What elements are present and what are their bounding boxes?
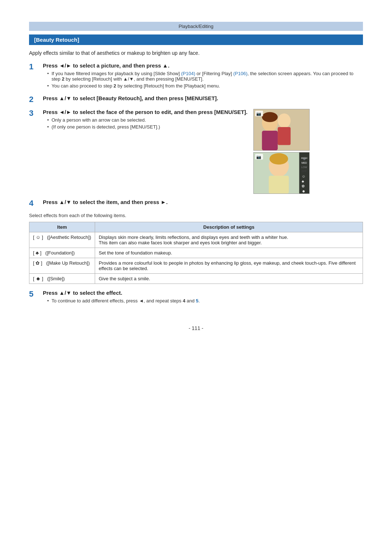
step-2: 2 Press ▲/▼ to select [Beauty Retouch], … bbox=[29, 95, 363, 104]
step-3-layout: Press ◄/► to select the face of the pers… bbox=[43, 109, 311, 194]
step-3-title: Press ◄/► to select the face of the pers… bbox=[43, 109, 248, 115]
svg-text:📷: 📷 bbox=[256, 111, 261, 116]
step-5: 5 Press ▲/▼ to select the effect. To con… bbox=[29, 290, 363, 304]
table-cell-item-3: [ ✿ ] ([Make Up Retouch]) bbox=[29, 258, 95, 274]
step-5-bullets: To continue to add different effects, pr… bbox=[43, 298, 363, 304]
link-p106: (P106) bbox=[233, 71, 248, 76]
svg-text:OFF: OFF bbox=[302, 170, 307, 172]
step-5-title: Press ▲/▼ to select the effect. bbox=[43, 290, 363, 296]
step-3-text: Press ◄/► to select the face of the pers… bbox=[43, 109, 248, 131]
step-3-images: 📷 bbox=[253, 109, 311, 194]
svg-rect-4 bbox=[262, 131, 278, 150]
page-number: - 111 - bbox=[29, 325, 363, 331]
svg-text:✿: ✿ bbox=[302, 184, 305, 188]
table-cell-item-1: [ ☺ ] ([Aesthetic Retouch]) bbox=[29, 232, 95, 248]
step-4-number: 4 bbox=[29, 199, 39, 208]
svg-text:HIGH: HIGH bbox=[301, 157, 307, 159]
step-5-bullet-1: To continue to add different effects, pr… bbox=[47, 298, 363, 304]
step-3-bullet-1: Only a person with an arrow can be selec… bbox=[47, 117, 248, 123]
svg-rect-10 bbox=[269, 176, 289, 194]
foundation-icon: ♣ bbox=[36, 250, 39, 256]
smile-icon: ☻ bbox=[36, 276, 41, 281]
table-row-3: [ ✿ ] ([Make Up Retouch]) Provides a mor… bbox=[29, 258, 363, 274]
step-2-number: 2 bbox=[29, 95, 39, 104]
svg-point-1 bbox=[278, 114, 291, 128]
step-3-bullets: Only a person with an arrow can be selec… bbox=[43, 117, 248, 130]
link-p104: (P104) bbox=[181, 71, 195, 76]
step-1-bullet-2: You can also proceed to step 2 by select… bbox=[47, 83, 363, 89]
step-1: 1 Press ◄/► to select a picture, and the… bbox=[29, 62, 363, 90]
table-cell-item-4: [ ☻ ] ([Smile]) bbox=[29, 274, 95, 284]
photo-1: 📷 bbox=[253, 109, 310, 151]
table-header-item: Item bbox=[29, 222, 95, 232]
table-row-1: [ ☺ ] ([Aesthetic Retouch]) Displays ski… bbox=[29, 232, 363, 248]
svg-rect-2 bbox=[278, 127, 291, 145]
step-3-number: 3 bbox=[29, 109, 39, 118]
svg-text:MED: MED bbox=[301, 162, 307, 164]
table-cell-desc-4: Give the subject a smile. bbox=[95, 274, 363, 284]
step-1-bullet-1: If you have filtered images for playback… bbox=[47, 71, 363, 82]
section-header: Playback/Editing bbox=[29, 22, 363, 31]
svg-text:LOW: LOW bbox=[301, 166, 307, 168]
page-title: [Beauty Retouch] bbox=[29, 34, 363, 45]
section-label: Playback/Editing bbox=[179, 24, 213, 29]
table-cell-desc-2: Set the tone of foundation makeup. bbox=[95, 248, 363, 258]
aesthetic-icon: ☺ bbox=[36, 235, 40, 240]
table-cell-desc-3: Provides a more colourful look to people… bbox=[95, 258, 363, 274]
step-1-bullets: If you have filtered images for playback… bbox=[43, 71, 363, 89]
step-4-content: Press ▲/▼ to select the item, and then p… bbox=[43, 199, 363, 207]
intro-text: Apply effects similar to that of aesthet… bbox=[29, 50, 363, 56]
photo-2: 📷 ☺ HIGH MED LOW OFF ☺ ♣ ✿ bbox=[253, 152, 310, 194]
svg-point-5 bbox=[262, 112, 278, 122]
select-effects-text: Select effects from each of the followin… bbox=[29, 213, 363, 218]
step-2-title: Press ▲/▼ to select [Beauty Retouch], an… bbox=[43, 95, 363, 101]
step-4-title: Press ▲/▼ to select the item, and then p… bbox=[43, 199, 363, 205]
svg-text:📷: 📷 bbox=[256, 154, 261, 159]
table-row-4: [ ☻ ] ([Smile]) Give the subject a smile… bbox=[29, 274, 363, 284]
step-1-number: 1 bbox=[29, 62, 39, 71]
step-2-content: Press ▲/▼ to select [Beauty Retouch], an… bbox=[43, 95, 363, 103]
step-5-number: 5 bbox=[29, 290, 39, 298]
step-3-bullet-2: (If only one person is detected, press [… bbox=[47, 124, 248, 130]
table-cell-desc-1: Displays skin more clearly, limits refle… bbox=[95, 232, 363, 248]
effects-table: Item Description of settings [ ☺ ] ([Aes… bbox=[29, 222, 363, 284]
step-1-title: Press ◄/► to select a picture, and then … bbox=[43, 62, 363, 69]
table-row-2: [ ♣ ] ([Foundation]) Set the tone of fou… bbox=[29, 248, 363, 258]
page-wrapper: Playback/Editing [Beauty Retouch] Apply … bbox=[0, 0, 392, 360]
svg-text:☻: ☻ bbox=[302, 189, 305, 193]
makeup-icon: ✿ bbox=[36, 260, 40, 266]
step-5-content: Press ▲/▼ to select the effect. To conti… bbox=[43, 290, 363, 304]
step-4: 4 Press ▲/▼ to select the item, and then… bbox=[29, 199, 363, 208]
table-cell-item-2: [ ♣ ] ([Foundation]) bbox=[29, 248, 95, 258]
svg-point-11 bbox=[269, 153, 288, 165]
step-1-content: Press ◄/► to select a picture, and then … bbox=[43, 62, 363, 90]
step-3: 3 Press ◄/► to select the face of the pe… bbox=[29, 109, 363, 194]
svg-text:☺: ☺ bbox=[302, 174, 305, 178]
svg-text:♣: ♣ bbox=[302, 179, 304, 183]
table-header-description: Description of settings bbox=[95, 222, 363, 232]
